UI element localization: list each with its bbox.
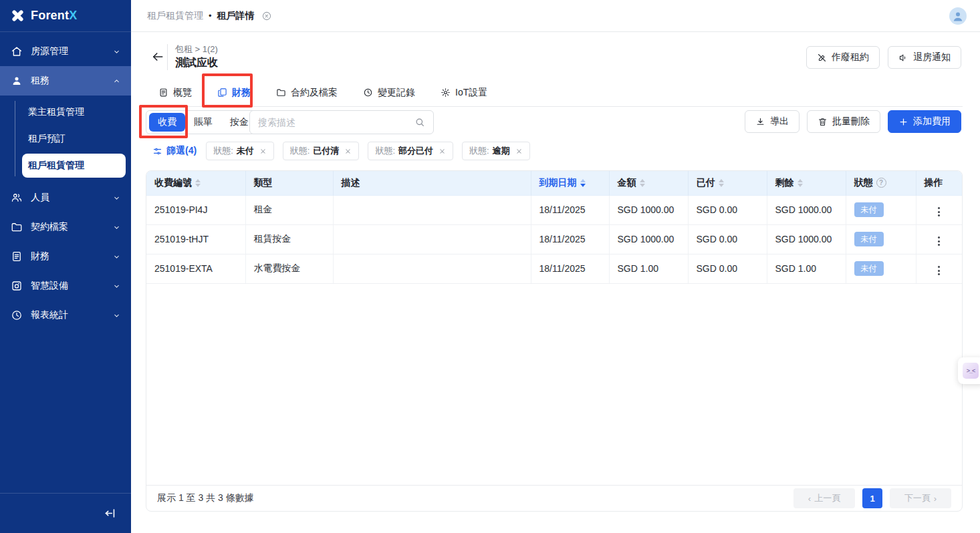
subtab-bills[interactable]: 賬單 [185, 113, 221, 132]
page-number-1[interactable]: 1 [862, 488, 882, 508]
cell-actions [916, 254, 962, 283]
people-icon [11, 192, 23, 204]
charges-table-card: 收費編號 類型 描述 到期日期 金額 已付 剩餘 狀態? 操作 251019-P… [146, 170, 963, 512]
sort-icon[interactable] [798, 179, 803, 187]
cell-description [333, 254, 531, 283]
help-icon[interactable]: ? [876, 178, 886, 188]
row-actions-menu-icon[interactable] [933, 204, 945, 219]
add-fee-button[interactable]: 添加費用 [888, 110, 961, 133]
sidebar-item-contracts[interactable]: 契約檔案 [0, 212, 131, 242]
chevron-down-icon [113, 283, 120, 290]
row-actions-menu-icon[interactable] [933, 263, 945, 278]
cell-type: 租金 [245, 195, 333, 224]
row-actions-menu-icon[interactable] [933, 234, 945, 248]
pagination: ‹上一頁 1 下一頁› [793, 488, 951, 508]
gear-icon [441, 87, 451, 98]
cell-actions [916, 224, 962, 254]
tab-change-log[interactable]: 變更記錄 [363, 81, 415, 107]
sidebar-item-reports[interactable]: 報表統計 [0, 301, 131, 330]
column-header-charge-id[interactable]: 收費編號 [146, 171, 245, 195]
sidebar-item-tenant-booking[interactable]: 租戶預訂 [0, 126, 131, 152]
cell-description [333, 224, 531, 254]
tab-overview[interactable]: 概覽 [158, 81, 192, 107]
sort-icon[interactable] [640, 179, 645, 187]
sidebar-item-personnel[interactable]: 人員 [0, 183, 131, 212]
column-header-remaining[interactable]: 剩餘 [767, 171, 846, 195]
collapse-sidebar-icon[interactable] [104, 507, 116, 520]
prev-page-button[interactable]: ‹上一頁 [793, 488, 855, 508]
tab-contracts-files[interactable]: 合約及檔案 [276, 81, 338, 107]
table-row[interactable]: 251019-EXTA 水電費按金 18/11/2025 SGD 1.00 SG… [146, 254, 962, 283]
back-arrow-icon[interactable] [151, 50, 164, 63]
page-subtitle: 包租 > 1(2) [175, 43, 218, 55]
cell-type: 租賃按金 [245, 224, 333, 254]
detail-tabs: 概覽 財務 合約及檔案 變更記錄 IoT設置 [146, 81, 963, 107]
cell-description [333, 195, 531, 224]
next-page-button[interactable]: 下一頁› [890, 488, 951, 508]
table-footer: 展示 1 至 3 共 3 條數據 ‹上一頁 1 下一頁› [146, 485, 962, 511]
face-icon: >_< [963, 363, 979, 379]
sort-icon-active[interactable] [580, 179, 586, 187]
tab-iot-settings[interactable]: IoT設置 [441, 81, 487, 107]
checkout-notice-button[interactable]: 退房通知 [888, 46, 961, 69]
close-tab-icon[interactable] [261, 11, 272, 21]
header-actions: 作廢租約 退房通知 [806, 46, 961, 69]
search-input[interactable] [258, 117, 409, 128]
column-header-description: 描述 [333, 171, 531, 195]
column-header-type: 類型 [245, 171, 333, 195]
sidebar-item-tenant-lease-mgmt[interactable]: 租戶租賃管理 [0, 152, 131, 179]
feedback-widget[interactable]: >_< [958, 357, 980, 384]
brand-name: ForentX [31, 9, 77, 23]
logo-x-icon [11, 9, 25, 23]
charges-table: 收費編號 類型 描述 到期日期 金額 已付 剩餘 狀態? 操作 251019-P… [146, 171, 962, 284]
table-empty-space [146, 284, 962, 486]
subtab-charges[interactable]: 收費 [149, 113, 185, 132]
home-icon [11, 45, 23, 57]
filter-toggle-button[interactable]: 篩選(4) [152, 145, 197, 157]
breadcrumb-root[interactable]: 租戶租賃管理 [147, 10, 203, 22]
column-header-paid[interactable]: 已付 [688, 171, 767, 195]
smart-device-icon [11, 280, 23, 292]
sidebar-item-smart-devices[interactable]: 智慧設備 [0, 271, 131, 301]
sort-icon[interactable] [719, 179, 724, 187]
bulk-delete-button[interactable]: 批量刪除 [807, 110, 880, 133]
void-lease-button[interactable]: 作廢租約 [806, 46, 880, 69]
remove-chip-icon[interactable] [344, 148, 352, 155]
sidebar-item-finance[interactable]: 財務 [0, 242, 131, 271]
sort-icon[interactable] [195, 179, 201, 187]
filter-chip-unpaid: 狀態: 未付 [206, 142, 274, 160]
remove-chip-icon[interactable] [259, 148, 267, 155]
cell-paid: SGD 0.00 [688, 254, 767, 283]
column-header-status: 狀態? [846, 171, 916, 195]
sidebar: ForentX 房源管理 租務 業主租賃管理 租戶預訂 租戶租賃管理 [0, 0, 131, 533]
search-icon[interactable] [414, 117, 425, 128]
submenu-indent-line [15, 101, 15, 176]
cell-paid: SGD 0.00 [688, 195, 767, 224]
sidebar-nav: 房源管理 租務 業主租賃管理 租戶預訂 租戶租賃管理 人員 [0, 32, 131, 330]
export-button[interactable]: 導出 [745, 110, 800, 133]
table-row[interactable]: 251019-tHJT 租賃按金 18/11/2025 SGD 1000.00 … [146, 224, 962, 254]
cell-charge-id: 251019-tHJT [146, 224, 245, 254]
download-icon [755, 117, 765, 127]
folder-icon [11, 221, 23, 233]
cell-amount: SGD 1.00 [609, 254, 688, 283]
cell-charge-id: 251019-PI4J [146, 195, 245, 224]
chevron-down-icon [113, 224, 120, 231]
document-icon [11, 250, 23, 262]
sidebar-item-tenancy[interactable]: 租務 [0, 66, 131, 96]
cell-remaining: SGD 1000.00 [767, 224, 846, 254]
sidebar-item-owner-lease-mgmt[interactable]: 業主租賃管理 [0, 99, 131, 126]
cell-status: 未付 [846, 195, 916, 224]
column-header-due-date[interactable]: 到期日期 [531, 171, 609, 195]
user-avatar[interactable] [949, 7, 967, 25]
table-row[interactable]: 251019-PI4J 租金 18/11/2025 SGD 1000.00 SG… [146, 195, 962, 224]
column-header-amount[interactable]: 金額 [609, 171, 688, 195]
cell-remaining: SGD 1000.00 [767, 195, 846, 224]
tab-finance[interactable]: 財務 [217, 81, 251, 107]
cell-status: 未付 [846, 254, 916, 283]
remove-chip-icon[interactable] [515, 148, 523, 155]
sidebar-item-properties[interactable]: 房源管理 [0, 37, 131, 66]
cell-status: 未付 [846, 224, 916, 254]
filter-chip-paid: 狀態: 已付清 [283, 142, 360, 160]
remove-chip-icon[interactable] [439, 148, 446, 155]
